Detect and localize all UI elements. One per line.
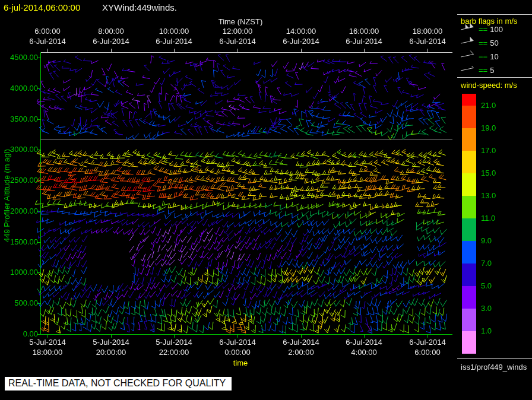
y-axis-tick: 3500.00: [1, 115, 38, 123]
wind-profiler-display: 6-jul-2014,06:00:00 XYWind:449winds. Tim…: [0, 0, 532, 400]
top-axis-tick: 14:00:006-Jul-2014: [268, 26, 334, 46]
colorbar-segment: [462, 173, 476, 196]
colorbar-label: 9.0: [481, 236, 492, 246]
colorbar-label: 5.0: [481, 281, 492, 291]
colorbar-label: 11.0: [481, 214, 495, 223]
colorbar-label: 7.0: [481, 259, 492, 268]
y-axis-tick: 500.00: [1, 299, 38, 307]
bottom-axis-tick: 6-Jul-20144:00:00: [331, 337, 397, 357]
colorbar-segment: [462, 286, 476, 309]
plot-title: XYWind:449winds.: [102, 2, 177, 12]
bottom-axis-tick: 5-Jul-201418:00:00: [15, 337, 80, 357]
colorbar-segment: [462, 218, 476, 241]
colorbar-segment: [462, 309, 476, 331]
colorbar-segment: [462, 128, 476, 151]
colorbar-label: 21.0: [481, 101, 496, 110]
bottom-axis-tick: 6-Jul-20140:00:00: [205, 337, 270, 357]
x-axis-label: time: [205, 358, 276, 367]
colorbar-segment: [462, 106, 476, 128]
colorbar-label: 1.0: [481, 326, 492, 336]
barb-legend-title: barb flags in m/s: [461, 17, 517, 26]
y-axis-tick: 1500.00: [1, 238, 38, 246]
top-axis-tick: 10:00:006-Jul-2014: [141, 26, 207, 46]
colorbar-label: 17.0: [481, 146, 496, 155]
plot-timestamp: 6-jul-2014,06:00:00: [4, 2, 80, 12]
colorbar-label: 13.0: [481, 191, 496, 201]
panel-divider: [457, 358, 532, 359]
top-axis-tick: 12:00:006-Jul-2014: [205, 26, 270, 46]
y-axis-tick: 2000.00: [1, 207, 38, 215]
data-source-label: iss1/prof449_winds: [461, 363, 527, 372]
panel-divider: [457, 14, 532, 15]
top-axis-tick: 8:00:006-Jul-2014: [78, 26, 144, 46]
colorbar-segment: [462, 264, 476, 286]
colorbar: [462, 94, 476, 354]
top-axis-tick: 6:00:006-Jul-2014: [15, 26, 80, 46]
colorbar-segment: [462, 151, 476, 173]
bottom-axis-tick: 5-Jul-201422:00:00: [141, 337, 207, 357]
bottom-axis-tick: 5-Jul-201420:00:00: [78, 337, 144, 357]
top-axis-tick: 16:00:006-Jul-2014: [331, 26, 397, 46]
colorbar-segment: [462, 94, 476, 106]
y-axis-tick: 1000.00: [1, 268, 38, 277]
colorbar-segment: [462, 241, 476, 264]
colorbar-title: wind-speed: m/s: [461, 81, 517, 90]
y-axis-label: 449 Profiler Altitude (m agl): [2, 56, 12, 335]
bottom-axis-tick: 6-Jul-20146:00:00: [395, 337, 460, 357]
y-axis-tick: 2500.00: [1, 176, 38, 185]
y-axis-tick: 4500.00: [1, 53, 38, 62]
barb-legend-row: ==50: [479, 39, 499, 48]
panel-divider: [457, 77, 532, 78]
colorbar-label: 15.0: [481, 169, 496, 178]
bottom-axis-tick: 6-Jul-20142:00:00: [268, 337, 334, 357]
colorbar-segment: [462, 331, 476, 354]
top-axis-tick: 18:00:006-Jul-2014: [395, 26, 460, 46]
quality-banner: REAL-TIME DATA, NOT CHECKED FOR QUALITY: [5, 377, 232, 391]
barb-legend-row: ==10: [479, 52, 499, 62]
colorbar-label: 19.0: [481, 123, 496, 133]
barb-legend-row: ==100: [479, 25, 503, 34]
colorbar-segment: [462, 196, 476, 218]
y-axis-tick: 4000.00: [1, 84, 38, 93]
barb-legend-row: ==5: [479, 66, 494, 75]
top-axis-label: Time (NZST): [205, 17, 276, 26]
y-axis-tick: 3000.00: [1, 145, 38, 154]
colorbar-label: 3.0: [481, 304, 492, 313]
